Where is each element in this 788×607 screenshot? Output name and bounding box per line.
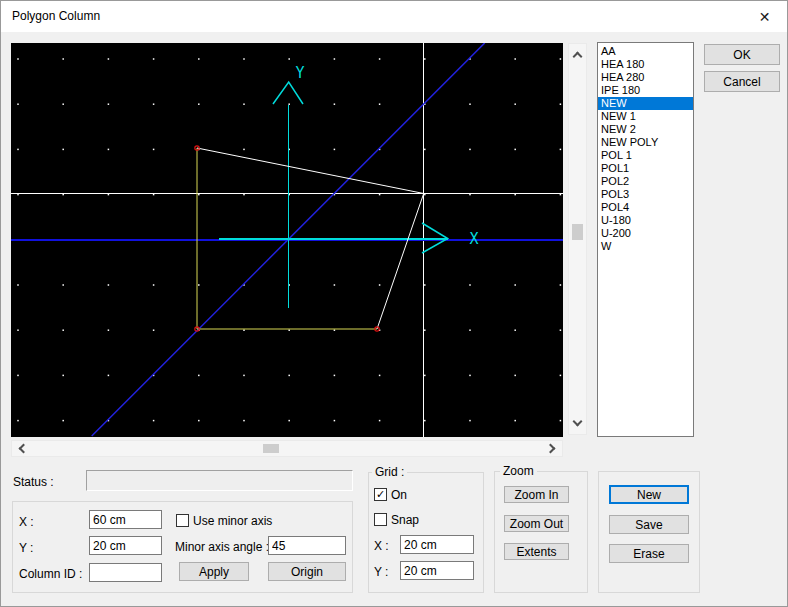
grid-y-input[interactable] — [400, 561, 474, 580]
list-item[interactable]: NEW 1 — [598, 110, 693, 123]
erase-button[interactable]: Erase — [609, 544, 689, 563]
list-item[interactable]: POL3 — [598, 188, 693, 201]
list-item[interactable]: POL4 — [598, 201, 693, 214]
x-label: X : — [19, 515, 34, 529]
grid-on-checkbox[interactable]: ✓ — [374, 488, 387, 501]
status-field — [86, 470, 353, 491]
x-input[interactable] — [89, 510, 162, 529]
list-item[interactable]: U-180 — [598, 214, 693, 227]
column-id-label: Column ID : — [19, 567, 82, 581]
list-item[interactable]: AA — [598, 45, 693, 58]
svg-text:X: X — [469, 230, 478, 248]
minor-axis-angle-label: Minor axis angle : — [175, 540, 269, 554]
grid-snap-label: Snap — [391, 513, 419, 527]
status-label: Status : — [13, 475, 54, 489]
extents-button[interactable]: Extents — [504, 543, 569, 560]
zoom-group-label: Zoom — [500, 464, 537, 478]
y-label: Y : — [19, 541, 33, 555]
grid-group-label: Grid : — [372, 465, 407, 479]
grid-x-label: X : — [374, 539, 389, 553]
new-button[interactable]: New — [609, 485, 689, 504]
profile-list[interactable]: AAHEA 180HEA 280IPE 180NEWNEW 1NEW 2NEW … — [597, 42, 694, 437]
horizontal-scrollbar[interactable] — [11, 440, 563, 457]
vscroll-down-button[interactable] — [570, 416, 585, 431]
list-item[interactable]: HEA 280 — [598, 71, 693, 84]
grid-y-label: Y : — [374, 565, 388, 579]
hscroll-thumb[interactable] — [263, 444, 279, 453]
chevron-left-icon — [19, 444, 29, 454]
vscroll-up-button[interactable] — [570, 47, 585, 62]
use-minor-axis-label: Use minor axis — [193, 514, 272, 528]
list-item[interactable]: POL1 — [598, 162, 693, 175]
title-bar: Polygon Column ✕ — [1, 1, 787, 32]
chevron-right-icon — [546, 444, 556, 454]
list-item[interactable]: IPE 180 — [598, 84, 693, 97]
drawing-canvas[interactable]: XY — [11, 43, 563, 437]
grid-snap-checkbox[interactable] — [374, 513, 387, 526]
list-item[interactable]: NEW POLY — [598, 136, 693, 149]
vscroll-thumb[interactable] — [572, 224, 583, 240]
cancel-button[interactable]: Cancel — [704, 71, 780, 92]
use-minor-axis-checkbox[interactable] — [176, 514, 189, 527]
polygon-column-dialog: Polygon Column ✕ XY AAHEA 180HEA 280IPE … — [0, 0, 788, 607]
list-item[interactable]: POL 1 — [598, 149, 693, 162]
hscroll-right-button[interactable] — [545, 441, 560, 456]
list-item[interactable]: NEW 2 — [598, 123, 693, 136]
grid-x-input[interactable] — [400, 535, 474, 554]
chevron-up-icon — [573, 52, 583, 62]
close-icon: ✕ — [759, 9, 771, 25]
list-item[interactable]: U-200 — [598, 227, 693, 240]
close-button[interactable]: ✕ — [742, 1, 787, 32]
chevron-down-icon — [573, 417, 583, 427]
list-item[interactable]: W — [598, 240, 693, 253]
canvas-drawing: XY — [11, 43, 563, 437]
vertical-scrollbar[interactable] — [568, 43, 587, 435]
y-input[interactable] — [89, 536, 162, 555]
save-button[interactable]: Save — [609, 515, 689, 534]
list-item[interactable]: NEW — [598, 97, 693, 110]
grid-on-label: On — [391, 488, 407, 502]
list-item[interactable]: POL2 — [598, 175, 693, 188]
origin-button[interactable]: Origin — [268, 562, 346, 581]
hscroll-left-button[interactable] — [14, 441, 29, 456]
minor-axis-angle-input[interactable] — [268, 536, 346, 555]
zoom-in-button[interactable]: Zoom In — [504, 486, 569, 503]
column-id-input[interactable] — [89, 563, 162, 582]
zoom-out-button[interactable]: Zoom Out — [504, 515, 569, 532]
dialog-title: Polygon Column — [12, 9, 100, 23]
list-item[interactable]: HEA 180 — [598, 58, 693, 71]
ok-button[interactable]: OK — [704, 44, 780, 65]
apply-button[interactable]: Apply — [179, 562, 249, 581]
svg-text:Y: Y — [295, 64, 304, 82]
